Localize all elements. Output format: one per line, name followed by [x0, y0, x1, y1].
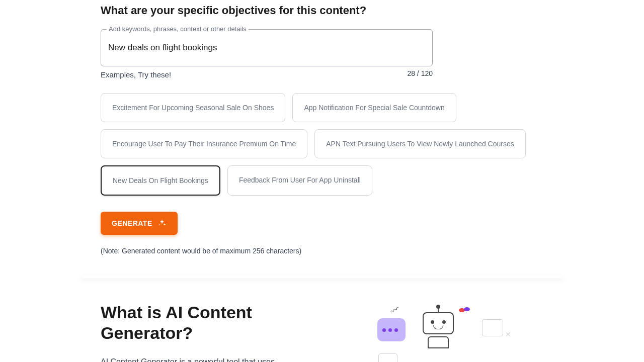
- frame-decoration-2: [378, 353, 397, 362]
- bubble-dots: [382, 328, 398, 332]
- squiggle-decoration: 〰: [388, 304, 401, 317]
- about-section: What is AI Content Generator? AI Content…: [80, 302, 564, 362]
- robot-graphic: [423, 312, 454, 348]
- example-chips: Excitement For Upcoming Seasonal Sale On…: [101, 93, 543, 196]
- keywords-input-wrapper: Add keywords, phrases, context or other …: [101, 29, 543, 66]
- robot-illustration: 〰 ✕: [362, 302, 543, 362]
- about-title: What is AI Content Generator?: [101, 302, 342, 343]
- frame-decoration-1: [482, 319, 503, 336]
- about-text-col: What is AI Content Generator? AI Content…: [101, 302, 342, 362]
- purple-blob: [464, 307, 470, 311]
- examples-label: Examples, Try these!: [101, 70, 543, 79]
- generate-button[interactable]: GENERATE: [101, 212, 178, 235]
- chip-flight-bookings[interactable]: New Deals On Flight Bookings: [101, 165, 220, 196]
- character-limit-note: (Note: Generated content would be of max…: [101, 247, 543, 255]
- sparkle-icon: [157, 219, 167, 228]
- keywords-input-label: Add keywords, phrases, context or other …: [107, 25, 249, 33]
- chip-seasonal-sale[interactable]: Excitement For Upcoming Seasonal Sale On…: [101, 93, 285, 122]
- chip-app-uninstall[interactable]: Feedback From User For App Uninstall: [227, 165, 372, 196]
- chip-sale-countdown[interactable]: App Notification For Special Sale Countd…: [292, 93, 456, 122]
- keywords-input[interactable]: [101, 29, 433, 66]
- about-paragraph: AI Content Generator is a powerful tool …: [101, 355, 342, 362]
- chip-insurance-premium[interactable]: Encourage User To Pay Their Insurance Pr…: [101, 129, 307, 158]
- objectives-question: What are your specific objectives for th…: [101, 0, 543, 17]
- chip-new-courses[interactable]: APN Text Pursuing Users To View Newly La…: [314, 129, 526, 158]
- form-card: What are your specific objectives for th…: [80, 0, 564, 275]
- cross-decoration: ✕: [505, 330, 511, 338]
- generate-button-label: GENERATE: [112, 219, 152, 227]
